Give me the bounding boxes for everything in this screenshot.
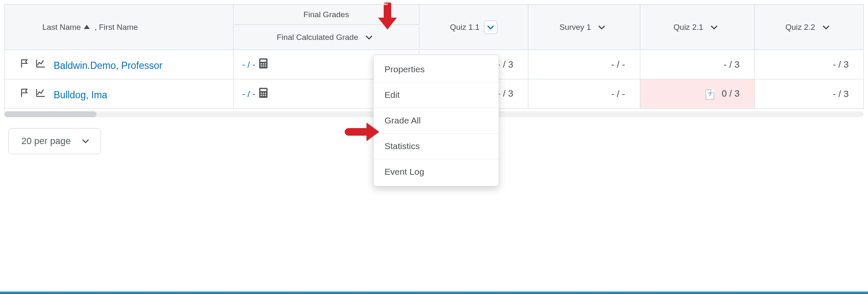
name-cell: Baldwin.Demo, Professor — [5, 50, 234, 79]
chevron-down-icon — [79, 134, 92, 148]
quiz22-cell[interactable]: - / 3 — [754, 79, 863, 109]
svg-point-6 — [262, 65, 264, 66]
name-cell: Bulldog, Ima — [5, 79, 234, 109]
survey1-header-label: Survey 1 — [559, 23, 591, 32]
col-header-quiz11: Quiz 1.1 — [419, 5, 528, 50]
menu-item-event-log[interactable]: Event Log — [374, 159, 499, 184]
page-size-label: 20 per page — [21, 136, 70, 147]
quiz22-menu-button[interactable] — [819, 21, 833, 34]
survey1-menu-button[interactable] — [595, 21, 608, 34]
quiz22-cell[interactable]: - / 3 — [754, 50, 863, 79]
grade-value: - / 3 — [833, 89, 849, 99]
svg-point-4 — [265, 63, 266, 64]
quiz11-header-label: Quiz 1.1 — [450, 23, 480, 32]
page-size-select[interactable]: 20 per page — [8, 128, 101, 154]
svg-point-10 — [260, 92, 262, 94]
svg-point-7 — [265, 65, 266, 66]
svg-point-12 — [265, 92, 266, 94]
quiz22-header-label: Quiz 2.2 — [785, 23, 815, 32]
col-header-survey1: Survey 1 — [528, 5, 640, 50]
calculator-icon[interactable] — [259, 58, 268, 71]
final-calc-menu-button[interactable] — [362, 31, 376, 44]
grade-value: - / - — [611, 89, 625, 99]
final-grades-group-label: Final Grades — [304, 10, 349, 19]
window-bottom-edge — [0, 291, 868, 294]
col-header-quiz21: Quiz 2.1 — [640, 5, 754, 50]
name-label-prefix: Last Name — [42, 23, 81, 32]
svg-point-15 — [265, 94, 266, 96]
grade-value: - / 3 — [833, 59, 849, 70]
col-header-quiz22: Quiz 2.2 — [754, 5, 863, 50]
quiz21-cell[interactable]: - / 3 — [640, 50, 754, 79]
quiz21-cell[interactable]: 0 / 3 — [640, 79, 754, 109]
flag-icon[interactable] — [19, 58, 30, 71]
svg-point-14 — [262, 94, 264, 96]
quiz11-menu-button[interactable] — [484, 21, 497, 34]
trend-icon[interactable] — [35, 58, 46, 71]
column-context-menu: Properties Edit Grade All Statistics Eve… — [373, 55, 499, 186]
question-doc-icon — [706, 89, 714, 100]
calculator-icon[interactable] — [259, 87, 268, 100]
svg-point-5 — [260, 65, 262, 66]
annotation-arrow-down-icon — [378, 3, 397, 29]
grade-value: - / 3 — [497, 88, 513, 99]
grade-value: - / 3 — [724, 59, 740, 70]
menu-item-properties[interactable]: Properties — [374, 57, 499, 82]
svg-point-2 — [260, 63, 262, 64]
name-label-suffix: , First Name — [94, 23, 138, 32]
grade-value: - / 3 — [497, 59, 513, 70]
final-calc-header-label: Final Calculated Grade — [277, 33, 358, 42]
flag-icon[interactable] — [19, 87, 30, 100]
svg-point-13 — [260, 94, 262, 96]
menu-item-grade-all[interactable]: Grade All — [374, 108, 499, 133]
svg-point-11 — [262, 92, 264, 94]
calc-value: - / - — [242, 89, 255, 99]
sort-asc-icon[interactable] — [84, 25, 90, 29]
col-header-name[interactable]: Last Name , First Name — [5, 5, 234, 50]
student-link[interactable]: Baldwin.Demo, Professor — [54, 60, 163, 71]
quiz21-menu-button[interactable] — [707, 21, 721, 34]
survey1-cell[interactable]: - / - — [528, 50, 640, 79]
trend-icon[interactable] — [35, 87, 46, 100]
svg-rect-9 — [260, 89, 266, 91]
svg-point-3 — [262, 63, 264, 64]
annotation-arrow-right-icon — [345, 123, 379, 141]
scrollbar-thumb[interactable] — [4, 111, 96, 117]
grade-value: - / - — [611, 59, 625, 70]
svg-rect-1 — [260, 60, 266, 62]
menu-item-statistics[interactable]: Statistics — [374, 133, 499, 159]
survey1-cell[interactable]: - / - — [528, 79, 640, 109]
grade-value: 0 / 3 — [722, 88, 740, 99]
student-link[interactable]: Bulldog, Ima — [54, 89, 107, 100]
calc-value: - / - — [242, 60, 255, 70]
quiz21-header-label: Quiz 2.1 — [673, 23, 703, 32]
menu-item-edit[interactable]: Edit — [374, 82, 499, 108]
